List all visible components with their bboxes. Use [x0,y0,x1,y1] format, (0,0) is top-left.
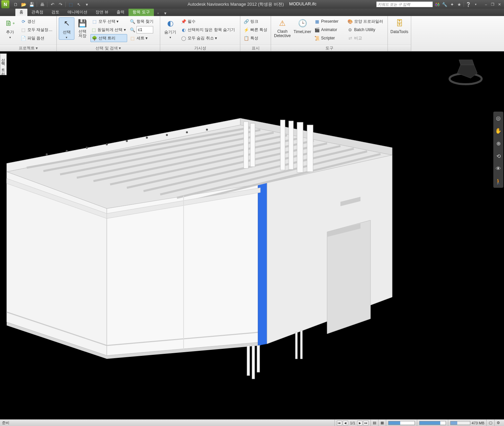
maximize-button[interactable]: ❐ [489,2,496,7]
svg-marker-8 [258,183,267,345]
compare-button[interactable]: ⇄비교 [346,34,385,42]
viewcube[interactable] [447,55,484,92]
selection-tree-button[interactable]: 🌳선택 트리 [90,34,127,42]
file-options-button[interactable]: 📄파일 옵션 [19,34,54,42]
tab-viewpoint[interactable]: 관측점 [27,8,47,16]
undo-icon[interactable]: ↶ [49,1,56,8]
presenter-button[interactable]: ▦Presenter [313,17,345,25]
status-render-icon[interactable]: 🖵 [486,420,494,426]
quick-find-input[interactable] [137,26,153,33]
batch-icon: ⚙ [347,27,353,32]
exchange-icon[interactable]: ✦ [449,1,455,7]
hide-unselected-button[interactable]: ◐선택하지 않은 항목 숨기기 [180,26,236,34]
sheet-prev-button[interactable]: ◀ [343,421,348,425]
datatools-label: DataTools [391,29,408,34]
orbit-icon[interactable]: ⟲ [495,152,502,160]
app-logo-icon[interactable]: N [1,0,9,8]
quick-find-icon[interactable]: 🔍 [130,27,135,32]
quick-properties-button[interactable]: ⚡빠른 특성 [242,26,269,34]
key-icon[interactable]: 🔧 [442,1,448,7]
sheet-last-button[interactable]: ⏭ [363,421,368,425]
ribbon: 🗎+ 추가 ▾ ⟳갱신 ⬚모두 재설정… 📄파일 옵션 프로젝트 ▾ ↖ 선택 … [0,16,504,51]
datatools-button[interactable]: 🗄 DataTools [390,17,409,35]
reset-icon: ⬚ [21,27,26,32]
animator-button[interactable]: 🎬Animator [313,26,345,34]
tab-output[interactable]: 출력 [112,8,129,16]
sheet-first-button[interactable]: ⏮ [337,421,342,425]
append-dropdown-icon: ▾ [9,36,11,39]
batch-utility-button[interactable]: ⚙Batch Utility [346,26,385,34]
appearance-profiler-button[interactable]: 🎨모양 프로파일러 [346,17,385,25]
help-icon[interactable]: ❔ [465,1,471,7]
append-button[interactable]: 🗎+ 추가 ▾ [2,17,18,40]
close-button[interactable]: ✕ [496,2,503,7]
timeliner-button[interactable]: 🕒 TimeLiner [293,17,312,35]
print-icon[interactable]: 🖶 [38,1,46,8]
hide-unselected-label: 선택하지 않은 항목 숨기기 [188,27,235,33]
help-dropdown-icon[interactable]: ▾ [473,1,479,7]
clash-detective-button[interactable]: ⚠ Clash Detective [273,17,292,39]
presenter-label: Presenter [321,19,338,24]
tree-icon: 🌳 [92,35,97,41]
project-group-title[interactable]: 프로젝트 ▾ [0,44,56,51]
cursor-qat-icon[interactable]: ↖ [75,1,82,8]
links-button[interactable]: 🔗링크 [242,17,269,25]
tab-animation[interactable]: 애니메이션 [63,8,91,16]
tab-review[interactable]: 검토 [47,8,63,16]
refresh-button[interactable]: ⟳갱신 [19,17,54,25]
walk-icon[interactable]: 🚶 [495,178,502,185]
status-icon-2[interactable]: ▦ [378,420,386,426]
find-items-button[interactable]: 🔍항목 찾기 [129,17,158,25]
svg-rect-36 [244,122,248,168]
svg-rect-43 [252,345,255,379]
qat-dropdown-icon[interactable]: ▾ [83,1,90,8]
new-icon[interactable]: 🗋 [12,1,19,8]
open-icon[interactable]: 📂 [20,1,27,8]
search-title-icon[interactable]: 👫 [434,1,440,7]
save-icon[interactable]: 💾 [28,1,35,8]
search-input[interactable] [376,1,433,7]
compare-icon: ⇄ [347,35,353,41]
select-dropdown-icon: ▾ [66,36,67,39]
refresh-icon: ⟳ [21,19,26,24]
star-icon[interactable]: ★ [456,1,462,7]
tab-home[interactable]: 홈 [15,8,27,16]
ribbon-launch-icon[interactable]: ▫ [155,10,161,16]
presenter-icon: ▦ [314,19,320,24]
tab-item-tools[interactable]: 항목 도구 [129,8,154,16]
properties-button[interactable]: 📋특성 [242,34,269,42]
links-icon: 🔗 [244,19,249,24]
scripter-button[interactable]: 📜Scripter [313,34,345,42]
3d-viewport[interactable]: 선택 트리 ◎ ✋ ⊕ ⟲ 👁 🚶 [0,51,504,419]
navigation-bar: ◎ ✋ ⊕ ⟲ 👁 🚶 [493,112,503,188]
tab-scene-view[interactable]: 장면 뷰 [91,8,112,16]
status-icon-1[interactable]: ▤ [370,420,378,426]
select-same-button[interactable]: ⬚동일하게 선택 ▾ [90,26,127,34]
hide-button[interactable]: ◐ 숨기기 ▾ [162,17,178,40]
select-search-group-title[interactable]: 선택 및 검색 ▾ [57,44,160,51]
zoom-icon[interactable]: ⊕ [495,140,502,147]
steering-wheel-icon[interactable]: ◎ [495,114,502,122]
sheet-next-button[interactable]: ▶ [357,421,362,425]
scripter-icon: 📜 [314,35,320,41]
ribbon-help-icon[interactable]: ▾ [163,10,169,16]
require-label: 필수 [188,19,196,24]
svg-point-34 [186,131,188,133]
require-button[interactable]: 📌필수 [180,17,236,25]
look-icon[interactable]: 👁 [495,165,502,172]
minimize-button[interactable]: – [483,2,489,7]
selection-tree-label: 선택 트리 [98,35,115,41]
sets-button[interactable]: ⬚세트 ▾ [129,34,158,42]
reset-all-button[interactable]: ⬚모두 재설정… [19,26,54,34]
save-selection-button[interactable]: 💾 선택 저장 [76,17,89,39]
svg-point-33 [166,134,168,136]
unhide-all-button[interactable]: ◯모두 숨김 취소 ▾ [180,34,236,42]
pan-icon[interactable]: ✋ [495,127,502,134]
select-all-button[interactable]: ⬚모두 선택 ▾ [90,17,127,25]
select-qat-icon[interactable]: ⬚ [67,1,74,8]
selection-tree-panel-tab[interactable]: 선택 트리 [0,53,7,75]
sets-icon: ⬚ [130,35,135,41]
redo-icon[interactable]: ↷ [57,1,64,8]
select-button[interactable]: ↖ 선택 ▾ [59,17,74,40]
status-settings-icon[interactable]: ⚙ [494,420,502,426]
